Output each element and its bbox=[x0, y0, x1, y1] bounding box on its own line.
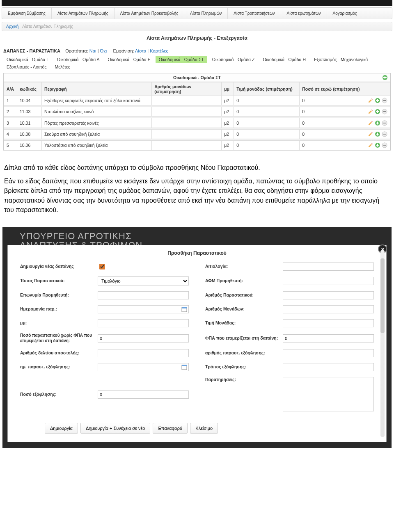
label-supplier-afm: ΑΦΜ Προμηθευτή: bbox=[205, 278, 283, 283]
add-doc-icon[interactable] bbox=[375, 131, 380, 137]
visibility-no[interactable]: Όχι bbox=[100, 48, 107, 53]
collapse-icon[interactable] bbox=[382, 109, 387, 114]
th-descr: Περιγραφή bbox=[42, 82, 152, 96]
top-nav: Εμφάνιση Σύμβασης Λίστα Αιτημάτων Πληρωμ… bbox=[2, 7, 392, 19]
textarea-notes[interactable] bbox=[283, 377, 374, 411]
view-cards[interactable]: Καρτέλες bbox=[150, 48, 168, 53]
breadcrumb-home[interactable]: Αρχική bbox=[6, 24, 18, 29]
tab-equip-mech[interactable]: Εξοπλισμός - Μηχανολογικά bbox=[311, 56, 371, 63]
label-amount-exvat: Ποσό παραστατικού χωρίς ΦΠΑ που επιμερίζ… bbox=[20, 333, 98, 343]
table-title-bar: Οικοδομικά - Ομάδα ΣΤ bbox=[4, 73, 390, 82]
cell-units bbox=[152, 118, 222, 128]
visibility-yes[interactable]: Ναι bbox=[89, 48, 96, 53]
input-unit-price[interactable] bbox=[283, 319, 374, 327]
cell-unit-price: 0 bbox=[234, 107, 300, 116]
ministry-line2: ΑΝΑΠΤΥΞΗΣ & ΤΡΟΦΙΜΩΝ bbox=[20, 241, 387, 245]
cell-code: 11.03 bbox=[17, 107, 42, 116]
checkbox-new-expense[interactable] bbox=[99, 264, 105, 269]
section-label: ΔΑΠΑΝΕΣ - ΠΑΡΑΣΤΑΤΙΚΑ bbox=[3, 48, 60, 53]
modal-buttons: Δημιουργία Δημιουργία + Συνέχεια σε νέο … bbox=[45, 423, 374, 434]
edit-icon[interactable] bbox=[368, 142, 373, 148]
input-payoff-doc-no[interactable] bbox=[283, 349, 374, 357]
input-payoff-method[interactable] bbox=[283, 363, 374, 371]
reset-button[interactable]: Επαναφορά bbox=[153, 423, 188, 434]
input-supplier-afm[interactable] bbox=[283, 277, 374, 285]
page-title: Λίστα Αιτημάτων Πληρωμής - Επεξεργασία bbox=[0, 35, 394, 41]
add-expense-icon[interactable] bbox=[382, 75, 388, 80]
cell-unit-price: 0 bbox=[234, 96, 300, 105]
cell-mm: μ2 bbox=[222, 140, 234, 150]
label-payoff-amount: Ποσό εξόφλησης: bbox=[20, 392, 98, 397]
create-next-button[interactable]: Δημιουργία + Συνέχεια σε νέο bbox=[80, 423, 151, 434]
collapse-icon[interactable] bbox=[382, 120, 387, 126]
close-button[interactable]: Κλείσιμο bbox=[190, 423, 218, 434]
input-doc-no[interactable] bbox=[283, 291, 374, 299]
collapse-icon[interactable] bbox=[382, 131, 387, 137]
input-units-no[interactable] bbox=[283, 305, 374, 313]
nav-item-payments[interactable]: Λίστα Πληρωμών bbox=[184, 8, 228, 19]
view-list[interactable]: Λίστα bbox=[135, 48, 146, 53]
tab-group-g[interactable]: Οικοδομικά - Ομάδα Γ bbox=[3, 56, 52, 63]
scrollbar[interactable] bbox=[380, 250, 385, 437]
th-amount: Ποσό σε ευρώ (επιμέτρηση) bbox=[300, 82, 365, 96]
nav-item-account[interactable]: Λογαριασμός bbox=[327, 8, 363, 19]
input-mm[interactable] bbox=[98, 319, 189, 327]
group-tabs: Οικοδομικά - Ομάδα Γ Οικοδομικά - Ομάδα … bbox=[0, 55, 394, 73]
edit-icon[interactable] bbox=[368, 120, 373, 126]
th-aa: Α/Α bbox=[4, 82, 17, 96]
svg-rect-14 bbox=[182, 365, 187, 366]
tab-group-e[interactable]: Οικοδομικά - Ομάδα Ε bbox=[105, 56, 154, 63]
select-doc-type[interactable]: Τιμολόγιο bbox=[98, 276, 189, 285]
calendar-icon[interactable] bbox=[181, 364, 187, 371]
input-payoff-date[interactable] bbox=[98, 363, 189, 371]
input-supplier-name[interactable] bbox=[98, 291, 189, 299]
tab-group-h[interactable]: Οικοδομικά - Ομάδα Η bbox=[259, 56, 309, 63]
calendar-icon[interactable] bbox=[181, 306, 187, 313]
svg-rect-12 bbox=[182, 307, 187, 308]
label-payoff-method: Τρόπος εξόφλησης: bbox=[205, 364, 283, 370]
table-title: Οικοδομικά - Ομάδα ΣΤ bbox=[173, 75, 221, 80]
cell-code: 10.01 bbox=[17, 118, 42, 128]
edit-icon[interactable] bbox=[368, 98, 373, 103]
table-row: 510.06Υαλοστάσια από σουηδική ξυλείαμ200 bbox=[4, 140, 390, 150]
collapse-icon[interactable] bbox=[382, 98, 387, 103]
input-vat[interactable] bbox=[283, 334, 374, 342]
input-doc-date[interactable] bbox=[98, 305, 189, 313]
cell-amount: 0 bbox=[300, 140, 365, 150]
collapse-icon[interactable] bbox=[382, 142, 387, 148]
tab-group-st[interactable]: Οικοδομικά - Ομάδα ΣΤ bbox=[156, 56, 207, 63]
breadcrumb-current: Λίστα Αιτημάτων Πληρωμής bbox=[22, 24, 73, 29]
edit-icon[interactable] bbox=[368, 109, 373, 114]
add-doc-icon[interactable] bbox=[375, 120, 380, 126]
label-doc-no: Αριθμός Παραστατικού: bbox=[205, 292, 283, 298]
cell-aa: 1 bbox=[4, 96, 17, 105]
label-vat: ΦΠΑ που επιμερίζεται στη δαπάνη: bbox=[205, 336, 283, 341]
create-button[interactable]: Δημιουργία bbox=[45, 423, 78, 434]
cell-units bbox=[152, 96, 222, 105]
input-delivery-no[interactable] bbox=[98, 349, 189, 357]
cell-unit-price: 0 bbox=[234, 140, 300, 150]
th-units: Αριθμός μονάδων (επιμέτρηση) bbox=[152, 82, 222, 96]
nav-item-amendments[interactable]: Λίστα Τροποποιήσεων bbox=[228, 8, 281, 19]
doc-paragraph-2: Εάν το είδος δαπάνης που επιθυμείτε να ε… bbox=[4, 176, 390, 215]
input-amount-exvat[interactable] bbox=[98, 334, 189, 342]
nav-item-advance-requests[interactable]: Λίστα Αιτημάτων Προκαταβολής bbox=[115, 8, 184, 19]
add-doc-icon[interactable] bbox=[375, 98, 380, 103]
nav-item-payment-requests[interactable]: Λίστα Αιτημάτων Πληρωμής bbox=[52, 8, 115, 19]
add-doc-icon[interactable] bbox=[375, 109, 380, 114]
th-unit-price: Τιμή μονάδας (επιμέτρηση) bbox=[234, 82, 300, 96]
nav-item-contract[interactable]: Εμφάνιση Σύμβασης bbox=[2, 8, 52, 19]
edit-icon[interactable] bbox=[368, 131, 373, 137]
cell-units bbox=[152, 129, 222, 139]
tab-studies[interactable]: Μελέτες bbox=[51, 63, 73, 71]
tab-group-d[interactable]: Οικοδομικά - Ομάδα Δ bbox=[54, 56, 103, 63]
input-payoff-amount[interactable] bbox=[98, 390, 189, 399]
add-doc-icon[interactable] bbox=[375, 142, 380, 148]
tab-equip-other[interactable]: Εξοπλισμός - Λοιπός bbox=[3, 63, 50, 71]
input-reason[interactable] bbox=[283, 263, 374, 271]
breadcrumb: Αρχική Λίστα Αιτημάτων Πληρωμής bbox=[2, 22, 392, 31]
nav-item-questions[interactable]: Λίστα ερωτημάτων bbox=[281, 8, 327, 19]
masthead-truncated bbox=[2, 0, 392, 6]
section-header: ΔΑΠΑΝΕΣ - ΠΑΡΑΣΤΑΤΙΚΑ Ορατότητα: Ναι | Ό… bbox=[0, 47, 394, 55]
tab-group-z[interactable]: Οικοδομικά - Ομάδα Ζ bbox=[209, 56, 258, 63]
